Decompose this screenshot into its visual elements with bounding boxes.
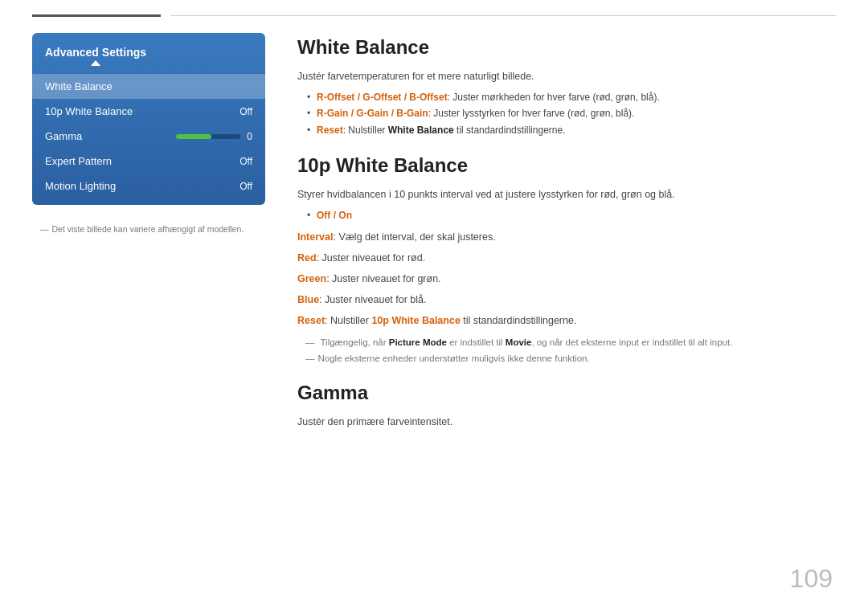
- top-bar-line-dark: [32, 14, 161, 17]
- menu-item-label: Gamma: [45, 130, 82, 142]
- bullet-bold: R-Offset / G-Offset / B-Offset: [317, 92, 448, 103]
- gamma-slider-fill: [176, 134, 211, 139]
- menu-item-value: Off: [240, 156, 252, 167]
- green-bold: Green: [297, 273, 326, 284]
- menu-item-gamma[interactable]: Gamma 0: [32, 124, 265, 149]
- interval-bold: Interval: [297, 231, 333, 243]
- gamma-slider[interactable]: [176, 134, 240, 139]
- bullet-off-on: Off / On: [307, 207, 836, 223]
- right-content: White Balance Justér farvetemperaturen f…: [297, 33, 836, 443]
- menu-item-10p-white-balance[interactable]: 10p White Balance Off: [32, 99, 265, 124]
- section-gamma: Gamma Justér den primære farveintensitet…: [297, 382, 836, 430]
- white-balance-intro: Justér farvetemperaturen for et mere nat…: [297, 68, 836, 84]
- gamma-value: 0: [247, 131, 252, 142]
- page-number: 109: [790, 564, 833, 594]
- bullet-bold-black: White Balance: [388, 125, 454, 136]
- footnote: Det viste billede kan variere afhængigt …: [32, 224, 265, 234]
- menu-item-value: Off: [240, 181, 252, 192]
- section-white-balance: White Balance Justér farvetemperaturen f…: [297, 36, 836, 138]
- bullet-rest: : Juster lysstyrken for hver farve (rød,…: [428, 108, 635, 119]
- reset-bold: Reset: [297, 315, 325, 326]
- 10p-detail-green: Green: Juster niveauet for grøn.: [297, 271, 836, 287]
- bullet-bold: R-Gain / G-Gain / B-Gain: [317, 108, 428, 119]
- 10p-white-balance-intro: Styrer hvidbalancen i 10 punkts interval…: [297, 186, 836, 202]
- menu-item-motion-lighting[interactable]: Motion Lighting Off: [32, 174, 265, 198]
- menu-item-label: Motion Lighting: [45, 180, 116, 192]
- 10p-detail-reset: Reset: Nulstiller 10p White Balance til …: [297, 313, 836, 329]
- bullet-item-rgain: R-Gain / G-Gain / B-Gain: Juster lysstyr…: [307, 105, 836, 121]
- menu-item-label: Expert Pattern: [45, 155, 112, 167]
- note-line-2: Nogle eksterne enheder understøtter muli…: [297, 351, 836, 366]
- top-bar-line-light: [170, 15, 836, 16]
- advanced-settings-box: Advanced Settings White Balance 10p Whit…: [32, 33, 265, 205]
- gamma-slider-container: 0: [176, 131, 252, 142]
- gamma-title: Gamma: [297, 382, 836, 404]
- menu-item-label: White Balance: [45, 80, 113, 92]
- menu-item-white-balance[interactable]: White Balance: [32, 74, 265, 99]
- 10p-detail-interval: Interval: Vælg det interval, der skal ju…: [297, 229, 836, 245]
- arrow-up-icon: [91, 60, 100, 66]
- 10p-white-balance-title: 10p White Balance: [297, 154, 836, 177]
- 10p-wb-inline: 10p White Balance: [371, 315, 460, 326]
- note-line-1: Tilgængelig, når Picture Mode er indstil…: [297, 335, 836, 349]
- red-bold: Red: [297, 252, 317, 264]
- advanced-settings-title: Advanced Settings: [32, 43, 265, 74]
- section-10p-white-balance: 10p White Balance Styrer hvidbalancen i …: [297, 154, 836, 366]
- bullet-rest: : Juster mørkheden for hver farve (rød, …: [448, 92, 660, 103]
- bullet-bold: Reset: [317, 125, 343, 136]
- advanced-settings-label: Advanced Settings: [45, 46, 146, 59]
- off-on-text: Off / On: [317, 210, 352, 221]
- bullet-rest: : Nulstiller: [343, 125, 388, 136]
- white-balance-title: White Balance: [297, 36, 836, 59]
- bullet-item-reset: Reset: Nulstiller White Balance til stan…: [307, 122, 836, 138]
- menu-item-expert-pattern[interactable]: Expert Pattern Off: [32, 149, 265, 174]
- top-bar: [0, 0, 868, 17]
- bullet-item-roffset: R-Offset / G-Offset / B-Offset: Juster m…: [307, 89, 836, 105]
- bullet-rest2: til standardindstillingerne.: [454, 125, 566, 136]
- white-balance-bullets: R-Offset / G-Offset / B-Offset: Juster m…: [297, 89, 836, 138]
- blue-bold: Blue: [297, 294, 319, 305]
- 10p-notes: Tilgængelig, når Picture Mode er indstil…: [297, 335, 836, 366]
- 10p-detail-blue: Blue: Juster niveauet for blå.: [297, 292, 836, 308]
- main-content: Advanced Settings White Balance 10p Whit…: [0, 33, 868, 443]
- 10p-detail-red: Red: Juster niveauet for rød.: [297, 250, 836, 266]
- 10p-off-on-list: Off / On: [297, 207, 836, 223]
- menu-item-label: 10p White Balance: [45, 105, 133, 117]
- left-panel: Advanced Settings White Balance 10p Whit…: [32, 33, 265, 443]
- menu-item-value: Off: [240, 106, 252, 117]
- gamma-intro: Justér den primære farveintensitet.: [297, 414, 836, 430]
